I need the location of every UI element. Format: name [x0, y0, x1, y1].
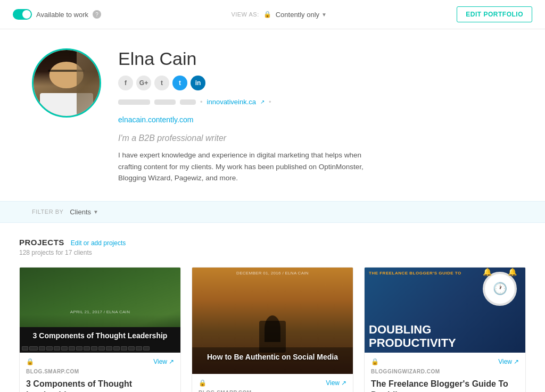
view-dropdown[interactable]: Contently only ▼	[276, 11, 327, 19]
projects-section: PROJECTS Edit or add projects 128 projec…	[0, 223, 545, 392]
project-source-2: BLOG.SMARP.COM	[192, 390, 353, 392]
project-source-1: BLOG.SMARP.COM	[20, 369, 180, 377]
filter-option: Clients	[70, 208, 91, 216]
contently-link[interactable]: elnacain.contently.com	[118, 115, 193, 124]
view-link-2[interactable]: View ↗	[326, 379, 346, 387]
profile-section: Elna Cain f G+ t t in • innovativeink.ca…	[0, 29, 545, 201]
view-label-1: View	[153, 358, 167, 365]
project-thumbnail-3: THE FREELANCE BLOGGER'S GUIDE TO DOUBLIN…	[365, 268, 525, 353]
chevron-down-icon: ▼	[321, 12, 327, 18]
profile-info: Elna Cain f G+ t t in • innovativeink.ca…	[118, 48, 513, 184]
projects-count: 128 projects for 17 clients	[19, 249, 526, 256]
twitter-icon[interactable]: t	[172, 76, 187, 90]
project-card-2: DECEMBER 01, 2016 / ELNA CAIN How to Be …	[192, 267, 353, 392]
profile-bio: I have expert knowledge and experience i…	[118, 149, 374, 184]
help-icon[interactable]: ?	[93, 10, 101, 19]
external-link-icon: ↗	[260, 99, 265, 105]
lock-icon: 🔒	[263, 11, 271, 18]
edit-projects-link[interactable]: Edit or add projects	[71, 239, 126, 247]
social-icons: f G+ t t in	[118, 76, 513, 90]
filter-label: FILTER BY	[32, 208, 63, 215]
external-icon-1: ↗	[169, 358, 174, 365]
lock-icon-2: 🔒	[199, 379, 207, 387]
view-label-2: View	[326, 379, 340, 387]
view-label-3: View	[498, 358, 512, 365]
external-icon-3: ↗	[514, 358, 519, 365]
lock-icon-1: 🔒	[26, 358, 34, 365]
filter-bar: FILTER BY Clients ▼	[0, 201, 545, 223]
thumb-big-text-3: DOUBLINGPRODUCTIVITY	[369, 323, 477, 349]
view-link-3[interactable]: View ↗	[498, 358, 519, 365]
avatar	[32, 48, 101, 118]
view-option: Contently only	[276, 11, 319, 19]
projects-header: PROJECTS Edit or add projects	[19, 238, 526, 247]
lock-icon-3: 🔒	[371, 358, 379, 365]
blurred-link-2	[154, 99, 176, 105]
filter-chevron-icon: ▼	[93, 209, 98, 215]
projects-grid: APRIL 21, 2017 / ELNA CAIN 3 Components …	[19, 267, 526, 392]
thumb-date-1: APRIL 21, 2017 / ELNA CAIN	[20, 310, 180, 314]
project-card: APRIL 21, 2017 / ELNA CAIN 3 Components …	[19, 267, 181, 392]
separator-2: •	[269, 98, 271, 106]
profile-name: Elna Cain	[118, 48, 513, 69]
toggle-knob	[22, 10, 31, 19]
blurred-link-3	[180, 99, 196, 105]
available-label: Available to work	[36, 11, 88, 19]
top-bar: Available to work ? VIEW AS: 🔒 Contently…	[0, 0, 545, 29]
project-meta-1: 🔒 View ↗	[20, 353, 180, 369]
view-link-1[interactable]: View ↗	[153, 358, 174, 365]
thumb-subtitle-3: THE FREELANCE BLOGGER'S GUIDE TO	[369, 271, 461, 276]
available-toggle[interactable]	[13, 9, 32, 20]
profile-links: • innovativeink.ca ↗ •	[118, 98, 513, 106]
website-link[interactable]: innovativeink.ca	[207, 98, 257, 106]
view-as-label: VIEW AS:	[231, 11, 259, 18]
thumb-text-2: How to Be Authentic on Social Media	[192, 348, 353, 365]
facebook-icon[interactable]: f	[118, 76, 133, 90]
filter-dropdown[interactable]: Clients ▼	[70, 208, 98, 216]
tumblr-icon[interactable]: t	[154, 76, 169, 90]
thumb-date-2: DECEMBER 01, 2016 / ELNA CAIN	[192, 271, 353, 276]
top-bar-center: VIEW AS: 🔒 Contently only ▼	[231, 11, 327, 19]
project-source-3: BLOGGINGWIZARD.COM	[365, 369, 525, 377]
project-thumbnail-1: APRIL 21, 2017 / ELNA CAIN 3 Components …	[20, 268, 180, 353]
project-card-3: THE FREELANCE BLOGGER'S GUIDE TO DOUBLIN…	[364, 267, 526, 392]
project-meta-3: 🔒 View ↗	[365, 353, 525, 369]
blurred-link-1	[118, 99, 150, 105]
projects-title: PROJECTS	[19, 238, 64, 247]
external-icon-2: ↗	[341, 379, 346, 387]
thumb-text-1: 3 Components of Thought Leadership	[20, 327, 180, 344]
linkedin-icon[interactable]: in	[191, 76, 205, 90]
top-bar-left: Available to work ?	[13, 9, 101, 20]
project-title-3: The Freelance Blogger's Guide To Doublin…	[365, 377, 525, 392]
separator: •	[200, 98, 203, 106]
project-thumbnail-2: DECEMBER 01, 2016 / ELNA CAIN How to Be …	[192, 268, 353, 374]
edit-portfolio-button[interactable]: EDIT PORTFOLIO	[457, 6, 532, 22]
googleplus-icon[interactable]: G+	[136, 76, 151, 90]
project-meta-2: 🔒 View ↗	[192, 374, 353, 390]
project-title-1: 3 Components of Thought Leadership	[20, 377, 180, 392]
profile-tagline: I'm a B2B professional writer	[118, 134, 513, 143]
